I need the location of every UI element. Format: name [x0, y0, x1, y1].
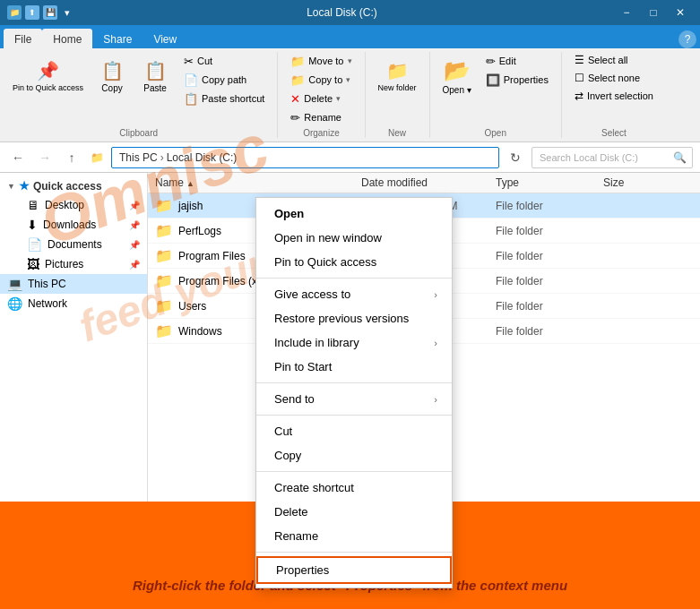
- clipboard-items: 📌 Pin to Quick access 📋 Copy 📋 Paste ✂ C…: [7, 52, 270, 126]
- sidebar-item-documents[interactable]: 📄 Documents 📌: [0, 235, 147, 254]
- select-all-button[interactable]: ☰ Select all: [569, 52, 659, 68]
- paste-icon: 📋: [144, 60, 167, 81]
- open-icon: 📂: [444, 58, 471, 83]
- arrow-icon-3: ›: [434, 394, 437, 405]
- tab-share[interactable]: Share: [92, 29, 143, 48]
- cut-button[interactable]: ✂ Cut: [178, 52, 270, 70]
- folder-icon-2: 📁: [155, 247, 173, 264]
- minimize-button[interactable]: −: [614, 0, 639, 25]
- tab-file[interactable]: File: [4, 29, 42, 48]
- file-type-4: File folder: [496, 300, 603, 313]
- tab-home[interactable]: Home: [42, 29, 92, 48]
- help-button[interactable]: ?: [678, 30, 696, 48]
- file-type-0: File folder: [496, 200, 603, 212]
- rename-button[interactable]: ✏ Rename: [285, 108, 357, 126]
- edit-icon: ✏: [486, 55, 496, 68]
- chevron-icon: ▼: [7, 182, 15, 191]
- separator-2: [256, 382, 452, 383]
- sidebar-item-thispc[interactable]: 💻 This PC: [0, 274, 147, 294]
- back-button[interactable]: ←: [7, 147, 29, 168]
- sidebar-item-pictures[interactable]: 🖼 Pictures 📌: [0, 254, 147, 274]
- window-controls[interactable]: − □ ✕: [614, 0, 693, 25]
- network-icon: 🌐: [7, 296, 22, 311]
- edit-button[interactable]: ✏ Edit: [480, 52, 554, 70]
- quick-access-star-icon: ★: [19, 179, 30, 193]
- arrow-icon-2: ›: [434, 338, 437, 348]
- properties-ribbon-button[interactable]: 🔲 Properties: [480, 71, 554, 89]
- paste-button[interactable]: 📋 Paste: [135, 52, 175, 100]
- thispc-icon: 💻: [7, 277, 22, 291]
- context-send-to[interactable]: Send to ›: [256, 387, 452, 411]
- select-buttons: ☰ Select all ☐ Select none ⇄ Invert sele…: [569, 52, 659, 104]
- col-header-type[interactable]: Type: [496, 176, 603, 189]
- properties-ribbon-label: Properties: [504, 74, 549, 85]
- select-none-label: Select none: [588, 73, 640, 83]
- context-pin-quick-access[interactable]: Pin to Quick access: [256, 250, 452, 274]
- open-button[interactable]: 📂 Open ▾: [437, 52, 477, 100]
- ribbon-group-select: ☰ Select all ☐ Select none ⇄ Invert sele…: [562, 52, 666, 138]
- context-create-shortcut[interactable]: Create shortcut: [256, 476, 452, 500]
- context-open-new-window[interactable]: Open in new window: [256, 226, 452, 250]
- path-localdisk: Local Disk (C:): [167, 151, 238, 164]
- ribbon-group-new: 📁 New folder New: [366, 52, 430, 138]
- context-copy[interactable]: Copy: [256, 443, 452, 467]
- context-open[interactable]: Open: [256, 202, 452, 226]
- delete-button[interactable]: ✕ Delete ▾: [285, 90, 357, 107]
- address-path[interactable]: This PC › Local Disk (C:): [111, 147, 499, 168]
- sidebar-item-network[interactable]: 🌐 Network: [0, 294, 147, 313]
- context-delete[interactable]: Delete: [256, 500, 452, 524]
- save-icon: 💾: [43, 5, 57, 20]
- context-include-library[interactable]: Include in library ›: [256, 330, 452, 355]
- edit-label: Edit: [499, 56, 516, 66]
- move-to-button[interactable]: 📁 Move to ▾: [285, 52, 357, 70]
- col-header-size[interactable]: Size: [603, 176, 675, 189]
- file-type-5: File folder: [496, 325, 603, 338]
- new-folder-label: New folder: [378, 83, 417, 92]
- documents-icon: 📄: [27, 237, 42, 252]
- copy-path-button[interactable]: 📄 Copy path: [178, 71, 270, 89]
- forward-button[interactable]: →: [34, 147, 56, 168]
- context-rename[interactable]: Rename: [256, 524, 452, 548]
- folder-icon-5: 📁: [155, 322, 173, 339]
- context-pin-start[interactable]: Pin to Start: [256, 355, 452, 379]
- col-header-date[interactable]: Date modified: [361, 176, 496, 189]
- col-header-name[interactable]: Name▲: [155, 176, 361, 189]
- sidebar-item-downloads[interactable]: ⬇ Downloads 📌: [0, 215, 147, 235]
- delete-label: Delete: [304, 93, 333, 104]
- pin-quick-access-button[interactable]: 📌 Pin to Quick access: [7, 52, 89, 100]
- paste-shortcut-icon: 📋: [184, 92, 198, 106]
- title-bar: 📁 ⬆ 💾 ▾ Local Disk (C:) − □ ✕: [0, 0, 700, 25]
- copy-to-button[interactable]: 📁 Copy to ▾: [285, 71, 357, 89]
- close-button[interactable]: ✕: [668, 0, 693, 25]
- copy-button[interactable]: 📋 Copy: [92, 52, 132, 100]
- file-type-1: File folder: [496, 225, 603, 237]
- refresh-button[interactable]: ↻: [505, 147, 526, 168]
- new-label: New: [388, 128, 406, 138]
- new-folder-button[interactable]: 📁 New folder: [373, 52, 422, 100]
- move-to-label: Move to: [308, 56, 343, 66]
- context-restore-versions[interactable]: Restore previous versions: [256, 306, 452, 330]
- open-label: Open ▾: [443, 85, 471, 95]
- select-none-icon: ☐: [575, 72, 584, 84]
- paste-shortcut-button[interactable]: 📋 Paste shortcut: [178, 90, 270, 107]
- select-all-label: Select all: [588, 55, 628, 65]
- up-button[interactable]: ↑: [61, 147, 82, 168]
- quick-access-icon: ⬆: [25, 5, 39, 20]
- quick-access-header[interactable]: ▼ ★ Quick access: [0, 176, 147, 195]
- context-properties[interactable]: Properties: [256, 556, 452, 584]
- ribbon: 📌 Pin to Quick access 📋 Copy 📋 Paste ✂ C…: [0, 48, 700, 142]
- context-menu: Open Open in new window Pin to Quick acc…: [255, 197, 453, 588]
- separator-1: [256, 278, 452, 279]
- network-label: Network: [28, 297, 67, 310]
- select-all-icon: ☰: [575, 54, 584, 66]
- ribbon-group-clipboard: 📌 Pin to Quick access 📋 Copy 📋 Paste ✂ C…: [0, 52, 278, 138]
- invert-selection-button[interactable]: ⇄ Invert selection: [569, 88, 659, 104]
- context-cut[interactable]: Cut: [256, 419, 452, 443]
- maximize-button[interactable]: □: [641, 0, 666, 25]
- search-box[interactable]: Search Local Disk (C:) 🔍: [531, 147, 693, 168]
- select-none-button[interactable]: ☐ Select none: [569, 70, 659, 86]
- downloads-icon: ⬇: [27, 218, 38, 232]
- tab-view[interactable]: View: [143, 29, 187, 48]
- context-give-access[interactable]: Give access to ›: [256, 282, 452, 306]
- sidebar-item-desktop[interactable]: 🖥 Desktop 📌: [0, 195, 147, 215]
